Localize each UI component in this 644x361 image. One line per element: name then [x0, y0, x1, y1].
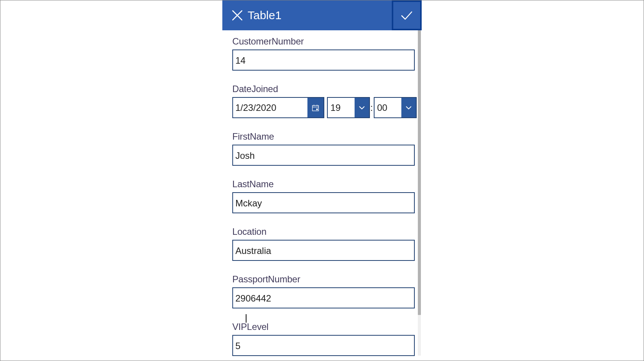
- last-name-label: LastName: [232, 179, 411, 190]
- hour-value: 19: [328, 102, 355, 113]
- hour-dropdown-button[interactable]: [355, 98, 369, 117]
- header-bar: Table1: [222, 0, 422, 30]
- minute-dropdown-button[interactable]: [401, 98, 416, 117]
- chevron-down-icon: [405, 104, 412, 112]
- calendar-icon: [312, 104, 319, 111]
- customer-number-field[interactable]: 14: [232, 49, 415, 71]
- time-separator: :: [370, 97, 373, 118]
- minute-select[interactable]: 00: [374, 97, 417, 118]
- customer-number-label: CustomerNumber: [232, 36, 411, 47]
- page-title: Table1: [248, 9, 392, 22]
- hour-select[interactable]: 19: [327, 97, 370, 118]
- first-name-field[interactable]: Josh: [232, 145, 415, 166]
- passport-number-label: PassportNumber: [232, 274, 411, 285]
- date-field[interactable]: 1/23/2020: [232, 97, 324, 118]
- svg-rect-4: [316, 109, 318, 110]
- vip-level-label: VIPLevel: [232, 321, 411, 332]
- location-field[interactable]: Australia: [232, 240, 415, 261]
- submit-button[interactable]: [392, 0, 422, 30]
- date-value: 1/23/2020: [233, 102, 307, 113]
- scrollbar-track[interactable]: [418, 30, 421, 356]
- form-body: Beto Yark CustomerNumber 14 DateJoined 1…: [222, 30, 422, 360]
- close-icon: [232, 10, 243, 21]
- last-name-field[interactable]: Mckay: [232, 192, 415, 213]
- location-label: Location: [232, 226, 411, 237]
- vip-level-field[interactable]: 5: [232, 335, 415, 356]
- date-joined-label: DateJoined: [232, 84, 411, 94]
- minute-value: 00: [375, 102, 401, 113]
- first-name-label: FirstName: [232, 131, 411, 142]
- calendar-button[interactable]: [307, 98, 324, 117]
- form-screen: Table1 Beto Yark CustomerNumber 14 DateJ…: [222, 0, 422, 360]
- check-icon: [399, 8, 414, 23]
- chevron-down-icon: [358, 104, 366, 112]
- passport-number-field[interactable]: 2906442: [232, 287, 415, 308]
- scrollbar-thumb[interactable]: [418, 30, 421, 315]
